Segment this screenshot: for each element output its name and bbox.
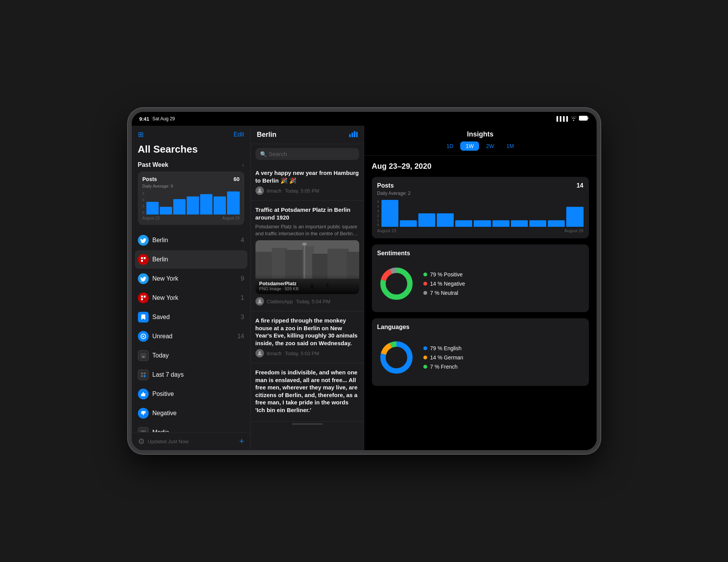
posts-card-avg: Daily Average: 9 [143,184,240,188]
ins-y-1: 1 [377,218,379,222]
sidebar-item-count-3: 1 [241,294,244,301]
post-item-3[interactable]: Freedom is indivisible, and when one man… [251,363,364,422]
middle-header: Berlin [251,126,364,144]
insights-posts-card: Posts 14 Daily Average: 2 5 4 3 2 1 0 [372,177,589,238]
ins-y-0: 0 [377,223,379,227]
insights-bar [400,220,417,227]
posts-list: A very happy new year from Hamburg to Be… [251,164,364,450]
sidebar-item-9[interactable]: Negative [135,404,247,422]
languages-donut [377,338,416,377]
sidebar-icon-negative [138,408,149,419]
signal-icon: ▐▐▐▐ [555,116,568,121]
svg-point-48 [259,351,261,354]
posts-card-header: Posts 60 [143,176,240,182]
sidebar-item-count-5: 14 [237,333,244,340]
sidebar-edit-button[interactable]: Edit [234,131,244,138]
status-time: 9:41 [139,116,149,122]
insights-bar [381,200,398,227]
sidebar-section-title: Past Week [138,161,169,168]
post-item-0[interactable]: A very happy new year from Hamburg to Be… [251,164,364,201]
sidebar-icon-today: 29 [138,350,149,361]
sidebar-item-8[interactable]: Positive [135,385,247,403]
insights-posts-avg: Daily Average: 2 [377,191,584,196]
legend-french: 7 % French [423,364,463,370]
middle-title: Berlin [257,131,277,139]
sidebar: ⊞ Edit All Searches Past Week › Posts 60… [132,126,251,450]
sidebar-item-4[interactable]: Saved3 [135,308,247,326]
post-author-1: ClattersApp [267,299,293,304]
right-panel: Insights 1D1W2W1M Aug 23–29, 2020 Posts … [364,126,597,450]
status-icons: ▐▐▐▐ [555,116,589,122]
chart-icon[interactable] [349,130,358,139]
posts-card-count: 60 [234,176,240,182]
languages-donut-section: 79 % English 14 % German 7 % French [377,334,584,381]
sidebar-icon-flipboard [138,293,149,303]
search-input[interactable]: Search [269,151,287,157]
chart-end-label: August 29 [222,216,239,220]
sidebar-title: All Searches [132,142,250,160]
sidebar-item-2[interactable]: New York9 [135,269,247,288]
post-meta-1: ClattersAppToday, 5:04 PM [255,297,359,306]
english-label: 79 % English [430,345,462,351]
svg-rect-5 [141,296,143,298]
svg-rect-15 [141,375,143,377]
insights-chart-end: August 29 [564,228,584,233]
footer-updated: Updated Just Now [148,439,189,444]
positive-dot [423,273,427,276]
svg-point-29 [259,189,261,191]
time-btn-1m[interactable]: 1M [501,141,519,151]
svg-rect-25 [349,134,351,137]
sidebar-bar [160,207,172,214]
insights-chart-start: August 23 [377,228,396,233]
insights-bar [529,220,546,227]
y-axis-3: 3 [143,204,144,208]
negative-dot [423,282,427,286]
insights-content: Aug 23–29, 2020 Posts 14 Daily Average: … [364,156,597,450]
ins-y-2: 2 [377,214,379,218]
battery-icon [579,116,589,122]
sidebar-menu-icon[interactable]: ⊞ [138,130,144,139]
search-bar[interactable]: 🔍 Search [255,148,359,160]
sidebar-icon-twitter [138,235,149,246]
french-label: 7 % French [430,364,458,370]
sidebar-item-label-7: Last 7 days [153,371,244,378]
post-meta-2: timacfrToday, 5:03 PM [255,349,359,357]
sidebar-item-7[interactable]: Last 7 days [135,366,247,384]
sidebar-icon-positive [138,389,149,399]
svg-point-40 [302,243,307,246]
post-title-0: A very happy new year from Hamburg to Be… [255,169,359,184]
time-btn-2w[interactable]: 2W [481,141,499,151]
post-title-1: Traffic at Potsdamer Platz in Berlin aro… [255,206,359,221]
sidebar-chevron-icon[interactable]: › [242,162,244,168]
languages-legend: 79 % English 14 % German 7 % French [423,345,463,370]
sidebar-item-6[interactable]: 29Today [135,346,247,365]
insights-bar [511,220,528,227]
add-button[interactable]: + [239,436,244,446]
svg-rect-26 [352,133,353,137]
insights-bar [455,220,472,227]
post-desc-1: Potsdamer Platz is an important public s… [255,223,359,237]
y-axis-9: 9 [143,191,144,195]
sidebar-item-1[interactable]: Berlin [135,250,247,269]
sidebar-item-0[interactable]: Berlin4 [135,231,247,249]
settings-icon[interactable]: ⚙ [138,437,145,446]
sidebar-item-5[interactable]: Unread14 [135,327,247,346]
middle-column: Berlin 🔍 Search A very happy new year fr… [251,126,364,450]
post-time-0: Today, 5:05 PM [285,188,319,194]
svg-rect-27 [354,131,355,137]
sidebar-item-3[interactable]: New York1 [135,289,247,307]
post-item-2[interactable]: A fire ripped through the monkey house a… [251,311,364,363]
sidebar-footer: ⚙ Updated Just Now + [132,432,250,450]
time-btn-1w[interactable]: 1W [460,141,479,151]
image-subtitle-1: PNG Image · 929 KB [259,286,355,291]
insights-bar [437,213,454,227]
insights-posts-label: Posts [377,182,394,189]
svg-rect-0 [579,116,587,120]
ins-y-3: 3 [377,209,379,213]
sidebar-item-10[interactable]: Media [135,423,247,432]
post-item-1[interactable]: Traffic at Potsdamer Platz in Berlin aro… [251,201,364,311]
time-btn-1d[interactable]: 1D [441,141,459,151]
sidebar-item-label-1: Berlin [153,256,244,263]
post-avatar-0 [255,186,264,195]
german-label: 14 % German [430,354,463,361]
